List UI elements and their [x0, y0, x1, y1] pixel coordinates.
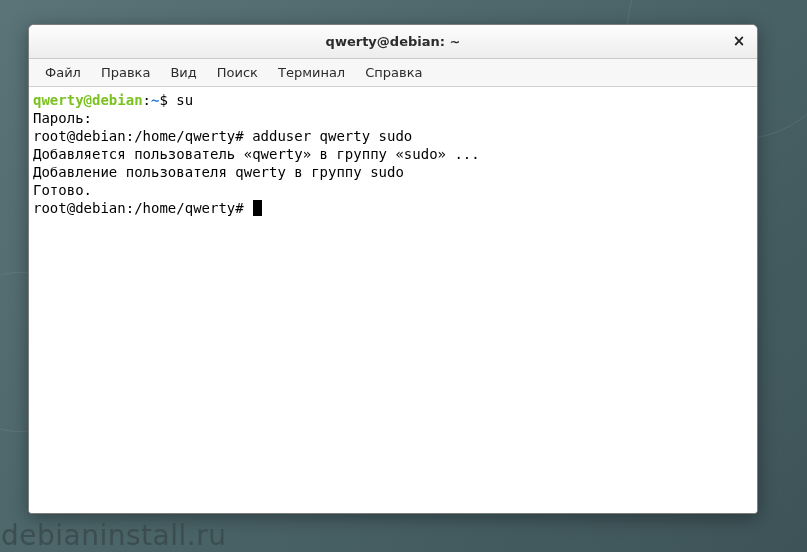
watermark-text: debianinstall.ru [1, 519, 226, 552]
menu-file[interactable]: Файл [35, 61, 91, 84]
root-prompt: root@debian:/home/qwerty# [33, 200, 252, 216]
command-text: su [176, 92, 193, 108]
prompt-sep: : [143, 92, 151, 108]
menu-help[interactable]: Справка [355, 61, 432, 84]
output-line: Готово. [33, 182, 92, 198]
output-line: Пароль: [33, 110, 92, 126]
output-line: Добавляется пользователь «qwerty» в груп… [33, 146, 480, 162]
prompt-user: qwerty@debian [33, 92, 143, 108]
menu-edit[interactable]: Правка [91, 61, 160, 84]
prompt-symbol: $ [159, 92, 176, 108]
titlebar[interactable]: qwerty@debian: ~ × [29, 25, 757, 59]
command-text: adduser qwerty sudo [252, 128, 412, 144]
cursor-icon [253, 200, 262, 216]
menu-search[interactable]: Поиск [207, 61, 268, 84]
terminal-window: qwerty@debian: ~ × Файл Правка Вид Поиск… [28, 24, 758, 514]
root-prompt: root@debian:/home/qwerty# [33, 128, 252, 144]
terminal-output[interactable]: qwerty@debian:~$ su Пароль: root@debian:… [29, 87, 757, 513]
output-line: Добавление пользователя qwerty в группу … [33, 164, 404, 180]
menu-view[interactable]: Вид [160, 61, 206, 84]
close-icon[interactable]: × [729, 32, 749, 52]
window-title: qwerty@debian: ~ [326, 34, 461, 49]
menu-terminal[interactable]: Терминал [268, 61, 355, 84]
menubar: Файл Правка Вид Поиск Терминал Справка [29, 59, 757, 87]
